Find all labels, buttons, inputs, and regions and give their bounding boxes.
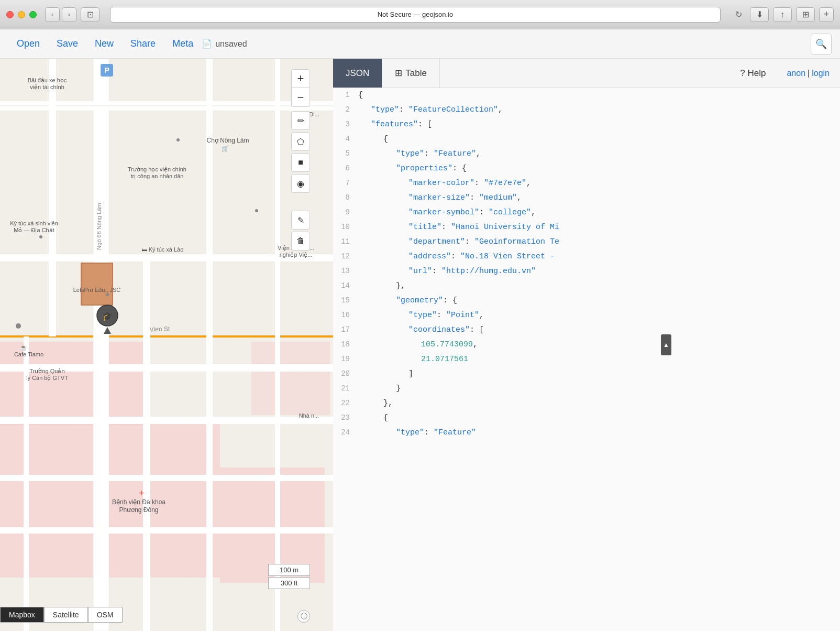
collapse-button[interactable]: ▲	[661, 334, 671, 355]
map-info-button[interactable]: ⓘ	[297, 610, 310, 623]
svg-text:Mỏ — Địa Chất: Mỏ — Địa Chất	[14, 227, 54, 234]
line-number: 14	[333, 279, 358, 291]
user-separator: |	[808, 69, 810, 78]
scale-100m: 100 m	[268, 564, 310, 576]
tab-table[interactable]: ⊞ Table	[382, 59, 440, 88]
toolbar-icons: ⬇ ↑ ⊞	[750, 7, 815, 22]
traffic-lights	[6, 11, 37, 18]
edit-feature-button[interactable]: ✎	[291, 211, 310, 230]
json-line-17: 17 "coordinates": [	[333, 323, 840, 338]
anon-link[interactable]: anon	[787, 69, 805, 78]
json-line-2: 2 "type": "FeatureCollection",	[333, 103, 840, 117]
json-line-8: 8 "marker-size": "medium",	[333, 191, 840, 205]
appbar: Open Save New Share Meta 📄 unsaved 🔍	[0, 29, 840, 59]
line-number: 17	[333, 323, 358, 335]
zoom-controls: + −	[291, 69, 310, 107]
line-content: "address": "No.18 Vien Street -	[408, 249, 555, 264]
svg-text:Bệnh viện Đa khoa: Bệnh viện Đa khoa	[112, 498, 165, 506]
svg-text:🛒: 🛒	[222, 145, 229, 152]
json-line-19: 19 21.0717561	[333, 352, 840, 367]
tile-satellite-button[interactable]: Satellite	[44, 607, 88, 623]
close-button[interactable]	[6, 11, 14, 18]
share-button[interactable]: ↑	[773, 7, 792, 22]
draw-line-button[interactable]: ✏	[291, 111, 310, 130]
editor-tabs: JSON ⊞ Table ? Help anon | login	[333, 59, 840, 88]
line-number: 19	[333, 352, 358, 365]
svg-text:Bãi đậu xe học: Bãi đậu xe học	[28, 77, 67, 84]
filename-display: 📄 unsaved	[202, 39, 247, 49]
filename-text: unsaved	[215, 39, 247, 49]
address-bar[interactable]: Not Secure — geojson.io	[110, 7, 721, 23]
forward-button[interactable]: ›	[62, 7, 76, 22]
line-content: "url": "http://humg.edu.vn"	[408, 264, 536, 279]
sidebar-toggle-button[interactable]: ⊡	[81, 7, 100, 22]
new-tab-button[interactable]: +	[819, 7, 834, 22]
minimize-button[interactable]	[18, 11, 25, 18]
line-content: "coordinates": [	[408, 323, 484, 338]
svg-text:Phương Đông: Phương Đông	[119, 506, 158, 514]
delete-feature-button[interactable]: 🗑	[291, 232, 310, 251]
svg-text:Ký túc xá sinh viên: Ký túc xá sinh viên	[10, 220, 58, 226]
tab-json-label: JSON	[346, 68, 369, 79]
json-line-7: 7 "marker-color": "#7e7e7e",	[333, 176, 840, 191]
svg-text:viện tài chính: viện tài chính	[30, 84, 64, 91]
login-link[interactable]: login	[812, 69, 830, 78]
fullscreen-button[interactable]: ⊞	[796, 7, 815, 22]
line-content: ]	[408, 367, 413, 382]
svg-text:Trường học viện chính: Trường học viện chính	[128, 166, 186, 173]
zoom-out-button[interactable]: −	[291, 88, 310, 107]
edit-tools: ✎ 🗑	[291, 211, 310, 251]
meta-link[interactable]: Meta	[164, 38, 202, 49]
save-link[interactable]: Save	[48, 38, 86, 49]
maximize-button[interactable]	[29, 11, 37, 18]
nav-links: Open Save New Share Meta 📄 unsaved	[8, 38, 247, 49]
json-line-14: 14 },	[333, 279, 840, 293]
line-number: 18	[333, 338, 358, 350]
line-number: 24	[333, 426, 358, 438]
draw-polygon-button[interactable]: ⬠	[291, 132, 310, 151]
svg-point-24	[255, 209, 258, 212]
json-line-1: 1 {	[333, 88, 840, 103]
back-button[interactable]: ‹	[45, 7, 60, 22]
svg-text:Chợ Nông Lâm: Chợ Nông Lâm	[206, 137, 249, 144]
draw-tools: ✏ ⬠ ■ ◉	[291, 111, 310, 193]
tab-table-label: Table	[405, 68, 427, 79]
json-line-5: 5 "type": "Feature",	[333, 147, 840, 161]
tab-json[interactable]: JSON	[333, 59, 382, 88]
zoom-in-button[interactable]: +	[291, 69, 310, 88]
svg-rect-4	[251, 342, 330, 415]
line-number: 7	[333, 176, 358, 189]
tile-osm-button[interactable]: OSM	[88, 607, 123, 623]
new-link[interactable]: New	[86, 38, 122, 49]
tile-mapbox-button[interactable]: Mapbox	[0, 607, 44, 623]
map-scale: 100 m 300 ft	[268, 564, 310, 589]
json-line-22: 22 },	[333, 396, 840, 411]
tab-help[interactable]: ? Help	[730, 59, 776, 88]
line-content: }	[396, 382, 401, 396]
draw-point-button[interactable]: ◉	[291, 174, 310, 193]
line-content: },	[396, 279, 405, 293]
reload-button[interactable]: ↻	[731, 7, 746, 22]
line-number: 21	[333, 382, 358, 394]
line-number: 1	[333, 88, 358, 101]
draw-rectangle-button[interactable]: ■	[291, 153, 310, 172]
line-content: "type": "Feature",	[396, 147, 481, 161]
share-link[interactable]: Share	[122, 38, 164, 49]
json-line-21: 21 }	[333, 382, 840, 396]
line-number: 3	[333, 117, 358, 130]
open-link[interactable]: Open	[8, 38, 48, 49]
line-content: "geometry": {	[396, 293, 457, 308]
svg-point-26	[106, 293, 109, 296]
svg-text:+: +	[139, 488, 145, 498]
search-button[interactable]: 🔍	[811, 34, 832, 55]
user-info: anon | login	[776, 59, 840, 88]
filename-icon: 📄	[202, 39, 212, 49]
json-line-23: 23 {	[333, 411, 840, 426]
line-number: 23	[333, 411, 358, 423]
json-line-24: 24 "type": "Feature"	[333, 426, 840, 440]
line-content: {	[383, 132, 388, 147]
svg-text:lý Cán bộ GTVT: lý Cán bộ GTVT	[26, 375, 68, 382]
json-editor[interactable]: 1 { 2 "type": "FeatureCollection", 3 "fe…	[333, 88, 840, 631]
download-button[interactable]: ⬇	[750, 7, 769, 22]
line-content: "properties": {	[396, 161, 467, 176]
